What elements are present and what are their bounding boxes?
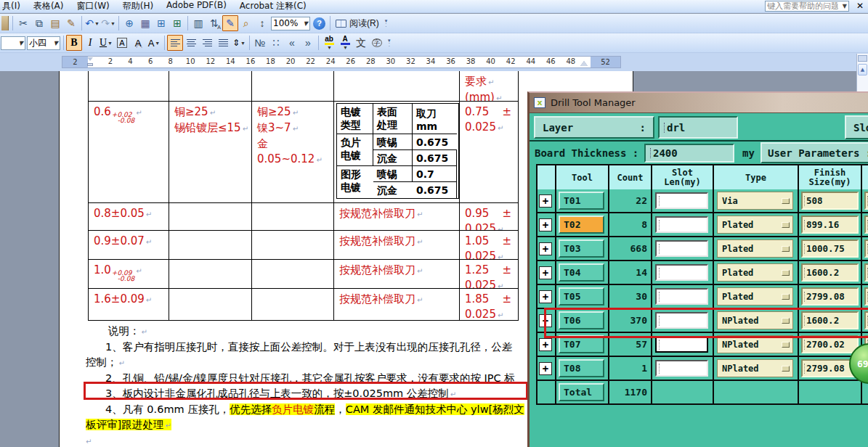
- help-question-input[interactable]: 键入需要帮助的问题 ▼: [765, 1, 849, 12]
- user-parameters-button[interactable]: User Parameters :: [760, 142, 868, 163]
- tool-button[interactable]: T04: [559, 263, 604, 282]
- chevron-down-icon[interactable]: ▼: [301, 20, 308, 27]
- tool-button[interactable]: T01: [559, 192, 604, 210]
- shrink-fit-icon[interactable]: ↕: [254, 15, 270, 31]
- slot-len-input[interactable]: [655, 240, 708, 257]
- slot-button[interactable]: Slo: [845, 115, 868, 139]
- total-button[interactable]: Total: [559, 383, 604, 401]
- char-border-button[interactable]: A: [114, 35, 130, 51]
- tol-input[interactable]: 0: [864, 192, 868, 210]
- type-dropdown[interactable]: Plated: [717, 287, 793, 305]
- chevron-down-icon[interactable]: ▼: [240, 41, 246, 46]
- close-icon[interactable]: ✕: [856, 1, 864, 11]
- copy-icon[interactable]: ⧉: [31, 15, 47, 31]
- align-left-button[interactable]: [167, 35, 183, 51]
- paste-icon[interactable]: ▤: [47, 15, 63, 31]
- chevron-down-icon[interactable]: ▼: [94, 21, 100, 26]
- align-distribute-button[interactable]: [215, 35, 231, 51]
- split-handle[interactable]: [858, 55, 867, 62]
- chevron-down-icon[interactable]: ▼: [110, 21, 115, 26]
- finish-size-input[interactable]: 1600.2: [801, 263, 859, 282]
- menu-item-acrobat-comments[interactable]: Acrobat 注释(C): [233, 0, 313, 13]
- char-scale-button[interactable]: A▼: [146, 35, 162, 51]
- char-shadow-button[interactable]: A: [130, 35, 146, 51]
- columns-icon[interactable]: ▥: [190, 15, 206, 31]
- board-thickness-input[interactable]: 2400: [644, 144, 734, 163]
- enclose-character-icon[interactable]: 字: [369, 35, 385, 51]
- locate-tool-button[interactable]: +: [539, 218, 552, 231]
- finish-size-input[interactable]: 899.16: [801, 216, 859, 234]
- slot-len-input[interactable]: [655, 336, 708, 353]
- font-color-button[interactable]: A▼: [337, 35, 353, 51]
- bullets-icon[interactable]: ∷: [268, 35, 284, 51]
- insert-table-icon[interactable]: ⊞: [153, 15, 169, 31]
- decrease-indent-icon[interactable]: «: [284, 35, 300, 51]
- tool-button[interactable]: T03: [559, 239, 604, 258]
- finish-size-input[interactable]: 2799.08: [801, 287, 859, 305]
- dropdown-square-icon[interactable]: [782, 198, 790, 204]
- chevron-down-icon[interactable]: ▼: [327, 45, 332, 50]
- italic-button[interactable]: I: [82, 35, 98, 51]
- line-spacing-button[interactable]: ⇕▼: [231, 35, 247, 51]
- font-size-combo[interactable]: 小四▼: [27, 36, 60, 50]
- toolbar-options-grip[interactable]: ▾⁚: [385, 19, 388, 28]
- slot-len-input[interactable]: [655, 216, 708, 233]
- chevron-down-icon[interactable]: ▼: [843, 3, 847, 9]
- slot-len-input[interactable]: [655, 192, 708, 209]
- chevron-down-icon[interactable]: ▼: [108, 41, 113, 46]
- font-name-combo[interactable]: ▼: [1, 36, 25, 50]
- dropdown-square-icon[interactable]: [782, 366, 790, 372]
- text-direction-icon[interactable]: ⇅A: [206, 15, 222, 31]
- locate-tool-button[interactable]: +: [539, 338, 552, 351]
- type-dropdown[interactable]: Plated: [717, 263, 793, 282]
- bold-button[interactable]: B: [66, 35, 82, 51]
- align-center-button[interactable]: [183, 35, 199, 51]
- insert-hyperlink-icon[interactable]: ⊕: [121, 15, 137, 31]
- chevron-down-icon[interactable]: ▼: [155, 41, 160, 46]
- indent-marker[interactable]: [87, 57, 93, 67]
- type-dropdown[interactable]: Plated: [717, 239, 793, 258]
- finish-size-input[interactable]: 1000.75: [801, 239, 859, 258]
- chevron-down-icon[interactable]: ▼: [52, 40, 58, 46]
- tol-input[interactable]: 0: [864, 216, 868, 234]
- slot-len-input[interactable]: [655, 264, 708, 281]
- clipped-icon[interactable]: [1, 16, 9, 30]
- redo-icon[interactable]: ↷▼: [100, 15, 116, 31]
- dropdown-square-icon[interactable]: [782, 342, 790, 348]
- read-layout-button[interactable]: 阅读(R): [333, 17, 382, 30]
- increase-indent-icon[interactable]: »: [300, 35, 316, 51]
- locate-tool-button[interactable]: +: [539, 266, 552, 279]
- locate-tool-button[interactable]: +: [539, 362, 552, 375]
- tol-input[interactable]: 0: [864, 239, 868, 258]
- layer-input[interactable]: drl: [658, 116, 738, 139]
- scroll-up-button[interactable]: ▲: [858, 64, 867, 75]
- tool-button[interactable]: T05: [559, 287, 604, 305]
- slot-len-input[interactable]: [655, 288, 708, 305]
- cut-icon[interactable]: ✂: [15, 15, 31, 31]
- locate-tool-button[interactable]: +: [539, 194, 552, 208]
- dropdown-square-icon[interactable]: [782, 246, 790, 252]
- dropdown-square-icon[interactable]: [782, 270, 790, 276]
- vertical-scrollbar[interactable]: ▲: [856, 54, 868, 93]
- insert-excel-icon[interactable]: ⊞: [169, 15, 185, 31]
- toolbar-options-grip[interactable]: ▾⁚: [388, 38, 391, 47]
- help-icon[interactable]: ?: [313, 17, 325, 30]
- menu-item-tools-partial[interactable]: 具(I): [0, 0, 27, 13]
- type-dropdown[interactable]: Via: [717, 192, 793, 210]
- menu-item-table[interactable]: 表格(A): [27, 0, 70, 13]
- locate-tool-button[interactable]: +: [539, 242, 552, 255]
- zoom-combo[interactable]: 100%▼: [271, 17, 310, 30]
- finish-size-input[interactable]: 508: [801, 192, 859, 210]
- menu-item-help[interactable]: 帮助(H): [116, 0, 160, 13]
- menu-item-window[interactable]: 窗口(W): [70, 0, 115, 13]
- tool-button[interactable]: T08: [559, 359, 604, 377]
- tool-button[interactable]: T02: [559, 216, 604, 234]
- align-right-button[interactable]: [199, 35, 215, 51]
- slot-len-input[interactable]: [655, 360, 708, 377]
- locate-tool-button[interactable]: +: [539, 290, 552, 303]
- chevron-down-icon[interactable]: ▼: [343, 45, 348, 50]
- chevron-down-icon[interactable]: ▼: [17, 40, 23, 46]
- select-browse-object-icon[interactable]: ⌕: [238, 15, 254, 31]
- type-dropdown[interactable]: NPlated: [717, 359, 793, 377]
- tables-and-borders-icon[interactable]: ▦: [137, 15, 153, 31]
